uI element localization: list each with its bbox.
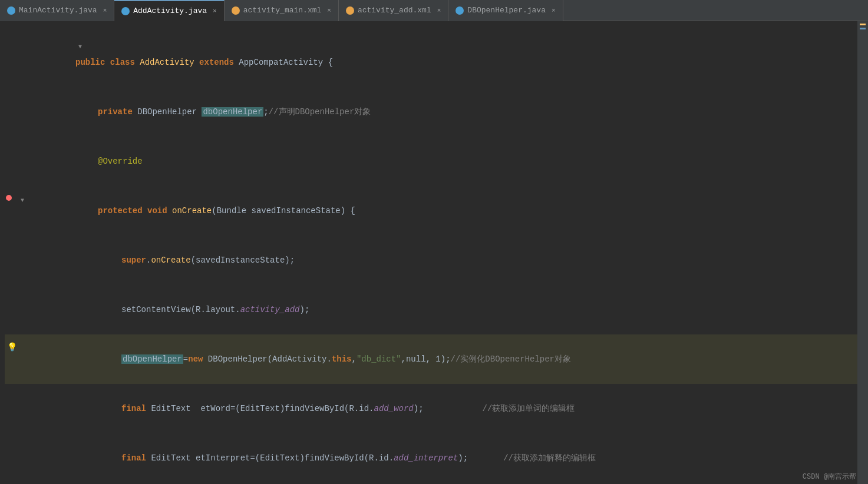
kw-new-7: new xyxy=(188,354,203,364)
var-dbopenhelper: dbOpenHelper xyxy=(202,107,263,117)
method-oncreate: onCreate xyxy=(172,206,212,216)
id-addword-8: add_word xyxy=(374,404,414,413)
kw-public-1: public xyxy=(75,58,105,67)
classname-1: AddActivity xyxy=(140,58,194,67)
kw-class-1: class xyxy=(110,58,135,67)
str-dbdict-7: ″db_dict″ xyxy=(357,354,401,364)
line-content-5: super.onCreate(savedInstanceState); xyxy=(25,236,857,285)
code-line-3: @Override xyxy=(5,137,857,186)
kw-final-8: final xyxy=(121,404,146,413)
line-content-8: final EditText etWord=(EditText)findView… xyxy=(25,384,857,433)
comment-9: //获取添加解释的编辑框 xyxy=(503,453,596,463)
tab-icon-activityadd xyxy=(346,6,354,15)
kw-final-9: final xyxy=(121,453,146,463)
comment-8: //获取添加单词的编辑框 xyxy=(483,404,575,413)
type-2: DBOpenHelper xyxy=(137,107,197,117)
tab-icon-dbopenhelper xyxy=(456,6,464,15)
semi-2: ; xyxy=(263,107,268,117)
tab-close-mainactivity[interactable]: × xyxy=(103,7,107,14)
tab-activitymain[interactable]: activity_main.xml × xyxy=(225,0,339,21)
tab-label-mainactivity: MainActivity.java xyxy=(19,6,97,15)
tab-label-activitymain: activity_main.xml xyxy=(243,6,322,15)
code-lines: ▼ public class AddActivity extends AppCo… xyxy=(5,21,857,484)
superclass-1: AppCompatActivity xyxy=(239,58,323,67)
tab-icon-addactivity xyxy=(121,7,130,15)
layout-name-6: activity_add xyxy=(240,305,300,314)
setcontentview-6: setContentView(R.layout. xyxy=(121,305,240,314)
tab-activityadd[interactable]: activity_add.xml × xyxy=(339,0,448,21)
code-line-5: super.onCreate(savedInstanceState); xyxy=(5,236,857,285)
line-content-9: final EditText etInterpret=(EditText)fin… xyxy=(25,433,857,483)
tab-label-addactivity: AddActivity.java xyxy=(133,6,207,15)
line-content-6: setContentView(R.layout.activity_add); xyxy=(25,285,857,334)
tab-addactivity[interactable]: AddActivity.java × xyxy=(114,0,224,21)
kw-protected-4: protected xyxy=(98,206,143,216)
code-line-2: private DBOpenHelper dbOpenHelper;//声明DB… xyxy=(5,87,857,137)
fold-arrow-1[interactable]: ▼ xyxy=(77,44,84,51)
line-content-7: dbOpenHelper=new DBOpenHelper(AddActivit… xyxy=(25,334,857,384)
fold-4[interactable]: ▼ xyxy=(16,192,26,208)
code-line-1: ▼ public class AddActivity extends AppCo… xyxy=(5,21,857,87)
line-content-2: private DBOpenHelper dbOpenHelper;//声明DB… xyxy=(25,87,857,137)
scroll-marker-mid xyxy=(860,28,866,29)
code-line-4: ▼ protected void onCreate(Bundle savedIn… xyxy=(5,186,857,236)
annotation-3: @Override xyxy=(98,157,143,166)
comment-7: //实例化DBOpenerHelper对象 xyxy=(451,354,571,364)
tab-close-dbopenhelper[interactable]: × xyxy=(552,7,556,14)
kw-void-4: void xyxy=(147,206,167,216)
scroll-marker-top xyxy=(860,24,866,25)
brace-1: { xyxy=(328,58,333,67)
id-addinterpret-9: add_interpret xyxy=(394,453,458,463)
breakpoint-4 xyxy=(6,191,12,207)
var-dbopenhelper-7: dbOpenHelper xyxy=(121,354,183,364)
tab-close-addactivity[interactable]: × xyxy=(213,8,217,15)
lightbulb-7[interactable]: 💡 xyxy=(7,339,17,356)
code-line-6: setContentView(R.layout.activity_add); xyxy=(5,285,857,334)
comment-2: //声明DBOpenHelper对象 xyxy=(269,107,371,117)
editor-container: ▼ public class AddActivity extends AppCo… xyxy=(0,21,868,484)
tab-label-activityadd: activity_add.xml xyxy=(358,6,431,15)
code-line-8: final EditText etWord=(EditText)findView… xyxy=(5,384,857,433)
tab-bar: MainActivity.java × AddActivity.java × a… xyxy=(0,0,868,21)
method-super: onCreate xyxy=(151,256,190,265)
code-line-7: 💡 dbOpenHelper=new DBOpenHelper(AddActiv… xyxy=(5,334,857,384)
kw-private-2: private xyxy=(98,107,133,117)
line-content-4: protected void onCreate(Bundle savedInst… xyxy=(25,186,857,236)
kw-super-5: super xyxy=(121,256,146,265)
kw-this-7: this xyxy=(332,354,352,364)
tab-mainactivity[interactable]: MainActivity.java × xyxy=(0,0,114,21)
tab-icon-activitymain xyxy=(232,6,240,15)
line-content-1: ▼ public class AddActivity extends AppCo… xyxy=(25,21,857,87)
tab-label-dbopenhelper: DBOpenHelper.java xyxy=(467,6,546,15)
tab-icon-mainactivity xyxy=(7,6,15,15)
tab-dbopenhelper[interactable]: DBOpenHelper.java × xyxy=(448,0,563,21)
tab-close-activitymain[interactable]: × xyxy=(327,7,331,14)
code-line-9: final EditText etInterpret=(EditText)fin… xyxy=(5,433,857,483)
line-content-3: @Override xyxy=(25,137,857,186)
kw-extends-1: extends xyxy=(199,58,234,67)
watermark: CSDN @南宫示帮 xyxy=(803,472,856,482)
tab-close-activityadd[interactable]: × xyxy=(437,7,441,14)
right-scrollbar[interactable] xyxy=(857,21,868,484)
code-editor[interactable]: ▼ public class AddActivity extends AppCo… xyxy=(0,21,857,484)
